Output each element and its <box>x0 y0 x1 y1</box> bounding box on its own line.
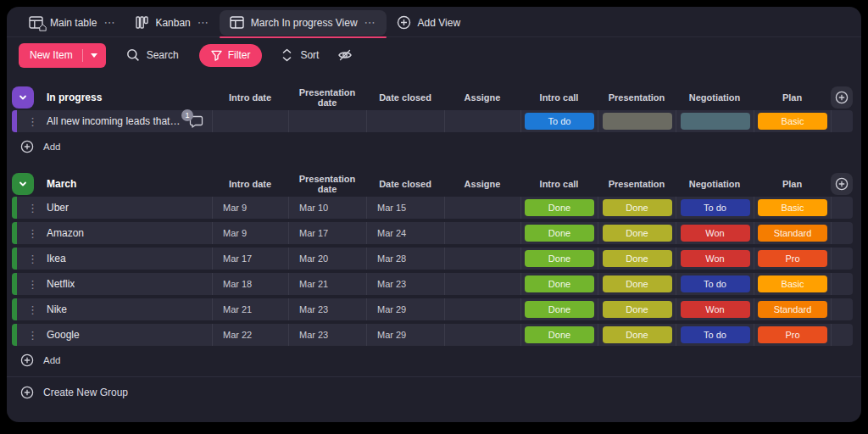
table-row[interactable]: ⋮UberMar 9Mar 10Mar 15DoneDoneTo doBasic <box>12 197 853 219</box>
sort-button[interactable]: Sort <box>282 48 319 62</box>
status-pill[interactable]: Done <box>525 250 594 267</box>
column-header[interactable]: Date closed <box>366 92 444 103</box>
column-header[interactable]: Intro call <box>520 92 598 103</box>
item-name-cell[interactable]: ⋮Uber <box>12 197 212 219</box>
assigne-cell[interactable] <box>444 273 520 295</box>
search-button[interactable]: Search <box>126 48 179 62</box>
assigne-cell[interactable] <box>444 197 520 219</box>
assigne-cell[interactable] <box>444 324 520 346</box>
date-cell[interactable]: Mar 18 <box>212 273 288 295</box>
status-pill[interactable]: Done <box>603 199 672 216</box>
status-cell[interactable]: Done <box>520 298 598 320</box>
column-header[interactable]: Intro call <box>520 179 598 189</box>
column-header[interactable]: Intro date <box>212 92 288 103</box>
status-cell[interactable]: Done <box>520 248 598 270</box>
column-header[interactable]: Negotiation <box>676 92 754 103</box>
status-cell[interactable]: Standard <box>754 222 831 244</box>
date-cell[interactable]: Mar 22 <box>212 324 288 346</box>
tab-kanban[interactable]: Kanban ⋯ <box>125 10 219 36</box>
hide-columns-button[interactable] <box>337 48 353 62</box>
group-collapse-button[interactable] <box>12 86 34 108</box>
table-row[interactable]: ⋮IkeaMar 17Mar 20Mar 28DoneDoneWonPro <box>12 248 853 270</box>
item-name-cell[interactable]: ⋮Google <box>12 324 212 346</box>
date-cell[interactable]: Mar 9 <box>212 222 288 244</box>
date-cell[interactable]: Mar 23 <box>288 324 366 346</box>
assigne-cell[interactable] <box>444 248 520 270</box>
date-cell[interactable]: Mar 20 <box>288 248 366 270</box>
status-pill[interactable]: Pro <box>758 250 827 267</box>
status-cell[interactable]: Won <box>676 248 754 270</box>
status-pill[interactable]: Done <box>525 275 594 292</box>
status-cell[interactable]: Won <box>676 298 754 320</box>
status-cell[interactable]: Done <box>598 324 676 346</box>
status-cell[interactable]: Done <box>520 273 598 295</box>
status-cell[interactable]: Basic <box>754 273 831 295</box>
add-column-button[interactable] <box>831 173 853 195</box>
table-row[interactable]: ⋮GoogleMar 22Mar 23Mar 29DoneDoneTo doPr… <box>12 324 853 346</box>
filter-button[interactable]: Filter <box>199 44 263 67</box>
date-cell[interactable]: Mar 21 <box>212 298 288 320</box>
table-row[interactable]: ⋮NetflixMar 18Mar 21Mar 23DoneDoneTo doB… <box>12 273 853 295</box>
drag-handle-icon[interactable]: ⋮ <box>27 228 38 239</box>
status-pill[interactable]: Done <box>603 326 672 343</box>
drag-handle-icon[interactable]: ⋮ <box>27 203 38 214</box>
create-new-group-button[interactable]: Create New Group <box>7 377 128 408</box>
status-cell[interactable]: Done <box>520 222 598 244</box>
status-pill[interactable]: Standard <box>758 301 827 318</box>
assigne-cell[interactable] <box>444 298 520 320</box>
tab-march-in-progress-view[interactable]: March In progress View ⋯ <box>220 10 387 36</box>
status-cell[interactable] <box>598 110 676 132</box>
status-pill[interactable]: Won <box>681 250 750 267</box>
tab-menu-icon[interactable]: ⋯ <box>103 16 115 29</box>
status-pill[interactable] <box>603 113 672 130</box>
item-name-cell[interactable]: ⋮Amazon <box>12 222 212 244</box>
date-cell[interactable]: Mar 17 <box>212 248 288 270</box>
status-pill[interactable]: Won <box>681 301 750 318</box>
column-header[interactable]: Presentation date <box>288 87 366 108</box>
column-header[interactable]: Presentation <box>598 179 676 189</box>
date-cell[interactable]: Mar 23 <box>288 298 366 320</box>
status-pill[interactable]: Done <box>525 225 594 242</box>
status-pill[interactable]: Won <box>681 225 750 242</box>
drag-handle-icon[interactable]: ⋮ <box>27 304 38 315</box>
column-header[interactable]: Assigne <box>444 92 520 103</box>
status-cell[interactable]: Done <box>520 324 598 346</box>
date-cell[interactable] <box>212 110 288 132</box>
status-pill[interactable]: Done <box>603 275 672 292</box>
status-cell[interactable]: Done <box>520 197 598 219</box>
status-cell[interactable]: To do <box>676 273 754 295</box>
item-name-cell[interactable]: ⋮Nike <box>12 298 212 320</box>
column-header[interactable]: Intro date <box>212 179 288 189</box>
add-column-button[interactable] <box>831 86 853 108</box>
status-pill[interactable]: To do <box>681 326 750 343</box>
status-pill[interactable]: Basic <box>758 113 827 130</box>
drag-handle-icon[interactable]: ⋮ <box>27 116 38 127</box>
column-header[interactable]: Plan <box>754 179 831 189</box>
assigne-cell[interactable] <box>444 110 520 132</box>
status-cell[interactable]: To do <box>520 110 598 132</box>
tab-menu-icon[interactable]: ⋯ <box>198 16 209 29</box>
column-header[interactable]: Negotiation <box>676 179 754 189</box>
table-row[interactable]: ⋮All new incoming leads that haven't bee… <box>12 110 853 132</box>
status-cell[interactable]: Pro <box>754 324 831 346</box>
status-pill[interactable]: Done <box>603 301 672 318</box>
item-name-cell[interactable]: ⋮All new incoming leads that haven't bee… <box>12 110 212 132</box>
date-cell[interactable]: Mar 29 <box>366 298 444 320</box>
status-cell[interactable]: Done <box>598 197 676 219</box>
status-pill[interactable]: Done <box>525 199 594 216</box>
chevron-down-icon[interactable] <box>91 53 97 58</box>
date-cell[interactable]: Mar 23 <box>366 273 444 295</box>
date-cell[interactable]: Mar 28 <box>366 248 444 270</box>
drag-handle-icon[interactable]: ⋮ <box>27 279 38 290</box>
status-pill[interactable]: Basic <box>758 275 827 292</box>
group-collapse-button[interactable] <box>12 173 34 195</box>
item-name-cell[interactable]: ⋮Ikea <box>12 248 212 270</box>
status-cell[interactable]: Won <box>676 222 754 244</box>
drag-handle-icon[interactable]: ⋮ <box>27 253 38 264</box>
status-cell[interactable] <box>676 110 754 132</box>
status-pill[interactable]: To do <box>681 275 750 292</box>
status-cell[interactable]: To do <box>676 324 754 346</box>
date-cell[interactable] <box>366 110 444 132</box>
status-cell[interactable]: Standard <box>754 298 831 320</box>
status-cell[interactable]: Done <box>598 273 676 295</box>
